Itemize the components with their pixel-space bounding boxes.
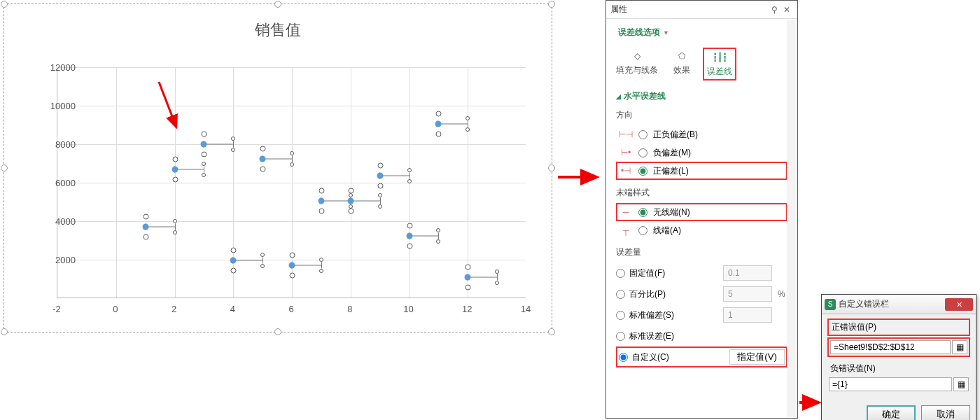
nocap-icon: ─ bbox=[619, 207, 633, 217]
endstyle-cap[interactable]: ┬ 线端(A) bbox=[616, 221, 788, 239]
y-tick: 6000 bbox=[55, 178, 76, 188]
direction-both[interactable]: ⊢⊣ 正负偏差(B) bbox=[616, 125, 788, 144]
data-point[interactable] bbox=[435, 121, 442, 127]
options-dropdown[interactable]: 误差线选项 ▼ bbox=[612, 23, 676, 42]
data-point[interactable] bbox=[347, 198, 354, 204]
plot-area[interactable] bbox=[57, 67, 526, 298]
data-point[interactable] bbox=[289, 262, 295, 269]
y-tick: 8000 bbox=[55, 139, 76, 150]
data-point[interactable] bbox=[142, 224, 148, 230]
y-tick: 4000 bbox=[55, 216, 76, 227]
radio-fixed[interactable] bbox=[616, 269, 625, 278]
specify-value-button[interactable]: 指定值(V) bbox=[729, 349, 785, 365]
chart-object[interactable]: 销售值 20004000600080001000012000-202468101… bbox=[4, 4, 552, 332]
direction-minus[interactable]: ⊢• 负偏差(M) bbox=[616, 144, 788, 162]
data-point[interactable] bbox=[406, 232, 412, 239]
plus-icon: •⊣ bbox=[619, 166, 633, 176]
radio-plus[interactable] bbox=[638, 167, 648, 176]
effect-icon: ⬠ bbox=[673, 49, 690, 63]
both-icon: ⊢⊣ bbox=[619, 130, 633, 139]
y-tick: 12000 bbox=[50, 62, 76, 73]
error-bar[interactable] bbox=[204, 144, 233, 145]
error-bar[interactable] bbox=[351, 201, 380, 202]
radio-minus[interactable] bbox=[638, 148, 648, 158]
radio-custom[interactable] bbox=[619, 353, 628, 362]
x-tick: 10 bbox=[403, 304, 413, 314]
panel-scrollbar[interactable] bbox=[787, 20, 797, 417]
error-bar[interactable] bbox=[410, 235, 439, 236]
resize-handle[interactable] bbox=[274, 328, 281, 335]
custom-error-dialog: S 自定义错误栏 ✕ 正错误值(P) ▦ 负错误值(N) ▦ 确定 取消 bbox=[821, 294, 976, 420]
resize-handle[interactable] bbox=[1, 164, 8, 172]
radio-stderr[interactable] bbox=[616, 332, 625, 341]
direction-heading: 方向 bbox=[616, 109, 788, 121]
cancel-button[interactable]: 取消 bbox=[921, 405, 970, 420]
chevron-down-icon: ▼ bbox=[663, 29, 669, 36]
dialog-title: 自定义错误栏 bbox=[839, 298, 945, 310]
error-bar[interactable] bbox=[438, 124, 468, 125]
error-bar[interactable] bbox=[262, 158, 292, 159]
panel-title: 属性 bbox=[610, 4, 768, 15]
error-bar[interactable] bbox=[380, 176, 410, 176]
data-point[interactable] bbox=[260, 155, 266, 162]
dialog-close-button[interactable]: ✕ bbox=[945, 298, 973, 311]
endstyle-heading: 末端样式 bbox=[616, 187, 788, 199]
data-point[interactable] bbox=[465, 274, 471, 280]
range-select-icon[interactable]: ▦ bbox=[953, 377, 969, 391]
range-select-icon[interactable]: ▦ bbox=[952, 340, 967, 354]
pin-icon[interactable]: ⚲ bbox=[768, 5, 780, 15]
app-logo-icon: S bbox=[825, 299, 836, 310]
radio-nocap[interactable] bbox=[638, 208, 648, 217]
error-bar[interactable] bbox=[468, 276, 497, 277]
resize-handle[interactable] bbox=[548, 164, 555, 172]
x-tick: -2 bbox=[52, 304, 61, 314]
error-bar[interactable] bbox=[146, 227, 175, 227]
negative-error-label: 负错误值(N) bbox=[827, 361, 970, 376]
resize-handle[interactable] bbox=[548, 328, 555, 335]
resize-handle[interactable] bbox=[274, 1, 281, 8]
positive-error-input[interactable] bbox=[830, 340, 951, 354]
data-point[interactable] bbox=[318, 198, 324, 204]
negative-error-input[interactable] bbox=[829, 377, 952, 391]
dropdown-label: 误差线选项 bbox=[618, 27, 660, 38]
error-bar[interactable] bbox=[321, 201, 351, 202]
annotation-arrow bbox=[556, 167, 606, 190]
radio-cap[interactable] bbox=[638, 226, 648, 235]
close-icon[interactable]: ✕ bbox=[780, 5, 793, 15]
endstyle-nocap[interactable]: ─ 无线端(N) bbox=[616, 203, 788, 221]
error-bar[interactable] bbox=[292, 265, 321, 266]
stddev-value[interactable]: 1 bbox=[723, 307, 772, 323]
radio-stddev[interactable] bbox=[616, 311, 625, 320]
svg-line-0 bbox=[159, 82, 176, 127]
x-tick: 2 bbox=[172, 304, 176, 314]
error-bar[interactable] bbox=[175, 169, 204, 169]
direction-plus[interactable]: •⊣ 正偏差(L) bbox=[616, 162, 788, 180]
fixed-value[interactable]: 0.1 bbox=[723, 265, 772, 281]
minus-icon: ⊢• bbox=[619, 148, 633, 158]
y-tick: 10000 bbox=[50, 101, 76, 111]
x-tick: 8 bbox=[347, 304, 352, 314]
data-point[interactable] bbox=[230, 258, 237, 264]
data-point[interactable] bbox=[172, 166, 178, 172]
x-tick: 14 bbox=[521, 304, 531, 314]
tab-fill[interactable]: ◇ 填充与线条 bbox=[613, 48, 661, 80]
resize-handle[interactable] bbox=[548, 1, 555, 8]
bucket-icon: ◇ bbox=[629, 49, 645, 63]
ok-button[interactable]: 确定 bbox=[867, 405, 916, 420]
error-bar[interactable] bbox=[233, 260, 262, 261]
x-tick: 4 bbox=[230, 304, 235, 314]
data-point[interactable] bbox=[201, 141, 207, 148]
resize-handle[interactable] bbox=[1, 328, 8, 335]
tab-errorbar[interactable]: ┇┃┇ 误差线 bbox=[703, 48, 736, 80]
radio-both[interactable] bbox=[638, 130, 648, 139]
tab-effect[interactable]: ⬠ 效果 bbox=[671, 48, 693, 80]
section-heading[interactable]: 水平误差线 bbox=[616, 90, 788, 102]
data-point[interactable] bbox=[377, 173, 383, 179]
annotation-arrow bbox=[155, 78, 190, 144]
properties-panel: 属性 ⚲ ✕ 误差线选项 ▼ ◇ 填充与线条 ⬠ 效果 ┇┃┇ 误差线 水平误差… bbox=[606, 0, 798, 419]
radio-percent[interactable] bbox=[616, 290, 625, 299]
x-tick: 6 bbox=[288, 304, 293, 314]
resize-handle[interactable] bbox=[1, 1, 8, 8]
chart-title[interactable]: 销售值 bbox=[4, 20, 552, 41]
percent-value[interactable]: 5 bbox=[723, 286, 772, 302]
